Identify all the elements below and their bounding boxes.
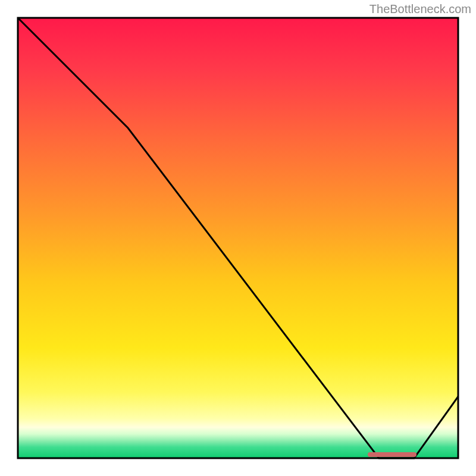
watermark-text: TheBottleneck.com [369,2,471,16]
chart-container: TheBottleneck.com [0,0,476,476]
chart-svg [0,0,476,476]
